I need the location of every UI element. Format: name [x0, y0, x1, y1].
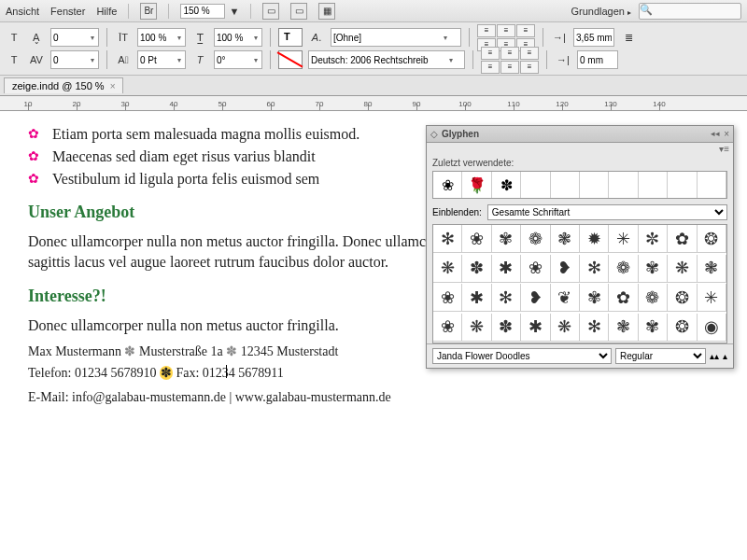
- panel-menu-icon[interactable]: ▾≡: [719, 144, 729, 154]
- char-icon: A̬: [28, 29, 45, 46]
- glyph-cell[interactable]: ✿: [668, 225, 697, 253]
- menu-ansicht[interactable]: Ansicht: [6, 6, 39, 17]
- bullet-flower-icon: ✿: [28, 126, 43, 141]
- glyph-cell[interactable]: ❁: [639, 284, 668, 312]
- glyph-cell[interactable]: ❥: [551, 255, 580, 283]
- screen-mode-icon[interactable]: ▭: [290, 3, 307, 20]
- fill-swatch[interactable]: T: [278, 28, 303, 47]
- view-options-icon[interactable]: ▭: [262, 3, 279, 20]
- glyph-cell[interactable]: ❥: [521, 284, 550, 312]
- hscale-field[interactable]: ▾: [214, 28, 262, 47]
- list-icon[interactable]: ≣: [620, 29, 637, 46]
- recent-glyph[interactable]: [609, 172, 638, 198]
- zoom-level[interactable]: ▼: [180, 4, 239, 19]
- language-select[interactable]: ▾: [308, 50, 465, 69]
- document-tab[interactable]: zeige.indd @ 150 % ×: [4, 77, 123, 93]
- recent-glyph[interactable]: ✽: [492, 172, 521, 198]
- glyph-cell[interactable]: ❂: [698, 225, 726, 253]
- zoom-in-icon[interactable]: ▴: [723, 351, 727, 361]
- panel-collapse-icon[interactable]: ◇: [430, 129, 438, 139]
- glyphs-panel[interactable]: ◇ Glyphen ◂◂ × ▾≡ Zuletzt verwendete: ❀🌹…: [426, 125, 734, 369]
- glyph-cell[interactable]: ✱: [521, 314, 550, 342]
- glyph-grid[interactable]: ✻❀✾❁❃✹✳✼✿❂❋✽✱❀❥✻❁✾❋❃❀✱✻❥❦✾✿❁❂✳❀❋✽✱❋✻❃✾❂◉: [432, 224, 727, 343]
- glyph-cell[interactable]: ❁: [609, 255, 638, 283]
- horizontal-ruler: 102030405060708090100110120130140: [0, 96, 747, 111]
- bridge-icon[interactable]: Br: [140, 3, 157, 20]
- glyph-cell[interactable]: ❦: [551, 284, 580, 312]
- glyph-cell[interactable]: ✱: [492, 255, 521, 283]
- show-select[interactable]: Gesamte Schriftart: [487, 204, 727, 220]
- zoom-input[interactable]: [180, 4, 225, 19]
- glyph-cell[interactable]: ❃: [551, 225, 580, 253]
- glyph-cell[interactable]: ❃: [698, 255, 726, 283]
- tracking-field[interactable]: ▾: [50, 50, 99, 69]
- baseline-field[interactable]: ▾: [137, 50, 186, 69]
- recent-label: Zuletzt verwendete:: [427, 155, 733, 171]
- glyph-cell[interactable]: ❂: [668, 284, 697, 312]
- glyph-cell[interactable]: ✽: [492, 314, 521, 342]
- glyph-cell[interactable]: ✹: [580, 225, 609, 253]
- skew-icon: T: [191, 51, 208, 68]
- glyph-cell[interactable]: ❋: [462, 314, 491, 342]
- glyph-cell[interactable]: ❀: [433, 314, 462, 342]
- glyph-cell[interactable]: ❀: [433, 284, 462, 312]
- panel-titlebar[interactable]: ◇ Glyphen ◂◂ ×: [427, 126, 733, 143]
- recent-glyph[interactable]: [698, 172, 726, 198]
- skew-field[interactable]: ▾: [214, 50, 262, 69]
- search-input[interactable]: 🔍: [639, 3, 741, 20]
- recent-glyphs[interactable]: ❀🌹✽: [432, 171, 727, 199]
- glyph-cell[interactable]: ✿: [609, 284, 638, 312]
- panel-close-icon[interactable]: ×: [724, 129, 729, 139]
- glyph-cell[interactable]: ✼: [639, 225, 668, 253]
- panel-title: Glyphen: [442, 129, 479, 139]
- glyph-cell[interactable]: ✻: [580, 314, 609, 342]
- menu-fenster[interactable]: Fenster: [50, 6, 85, 17]
- glyph-cell[interactable]: ❋: [668, 255, 697, 283]
- glyph-cell[interactable]: ✾: [492, 225, 521, 253]
- glyph-cell[interactable]: ✾: [639, 255, 668, 283]
- arrange-docs-icon[interactable]: ▦: [318, 3, 335, 20]
- glyph-cell[interactable]: ❀: [521, 255, 550, 283]
- indent-field[interactable]: [573, 28, 614, 47]
- selected-glyph: ✽: [160, 366, 173, 380]
- indent-icon: →|: [551, 29, 568, 46]
- recent-glyph[interactable]: [668, 172, 697, 198]
- glyph-cell[interactable]: ❀: [462, 225, 491, 253]
- close-tab-icon[interactable]: ×: [110, 81, 116, 91]
- menu-hilfe[interactable]: Hilfe: [96, 6, 117, 17]
- glyph-cell[interactable]: ❋: [551, 314, 580, 342]
- space-field[interactable]: [577, 50, 618, 69]
- panel-dock-icon[interactable]: ◂◂: [711, 129, 720, 139]
- glyph-cell[interactable]: ❂: [668, 314, 697, 342]
- glyph-cell[interactable]: ✻: [433, 225, 462, 253]
- glyph-cell[interactable]: ✻: [580, 255, 609, 283]
- font-select[interactable]: Janda Flower Doodles: [432, 348, 612, 364]
- glyph-cell[interactable]: ✻: [492, 284, 521, 312]
- recent-glyph[interactable]: [639, 172, 668, 198]
- glyph-cell[interactable]: ◉: [698, 314, 726, 342]
- glyph-cell[interactable]: ✳: [698, 284, 726, 312]
- paragraph-align2[interactable]: ≡≡≡ ≡≡≡: [481, 47, 539, 74]
- recent-glyph[interactable]: 🌹: [462, 172, 491, 198]
- workspace-switcher[interactable]: Grundlagen ▸: [571, 6, 631, 17]
- glyph-cell[interactable]: ❁: [521, 225, 550, 253]
- recent-glyph[interactable]: [551, 172, 580, 198]
- charstyle-icon: A.: [308, 29, 325, 46]
- char-style-select[interactable]: ▾: [331, 28, 461, 47]
- zoom-out-icon[interactable]: ▴▴: [710, 351, 719, 361]
- recent-glyph[interactable]: [521, 172, 550, 198]
- recent-glyph[interactable]: ❀: [433, 172, 462, 198]
- glyph-cell[interactable]: ✳: [609, 225, 638, 253]
- glyph-cell[interactable]: ❃: [609, 314, 638, 342]
- menu-bar: Ansicht Fenster Hilfe Br ▼ ▭ ▭ ▦ Grundla…: [0, 0, 747, 22]
- glyph-cell[interactable]: ✾: [639, 314, 668, 342]
- glyph-cell[interactable]: ✽: [462, 255, 491, 283]
- leading-field[interactable]: ▾: [50, 28, 99, 47]
- glyph-cell[interactable]: ✱: [462, 284, 491, 312]
- style-select[interactable]: Regular: [615, 348, 706, 364]
- recent-glyph[interactable]: [580, 172, 609, 198]
- stroke-swatch[interactable]: [278, 50, 303, 69]
- vscale-field[interactable]: ▾: [137, 28, 186, 47]
- glyph-cell[interactable]: ✾: [580, 284, 609, 312]
- glyph-cell[interactable]: ❋: [433, 255, 462, 283]
